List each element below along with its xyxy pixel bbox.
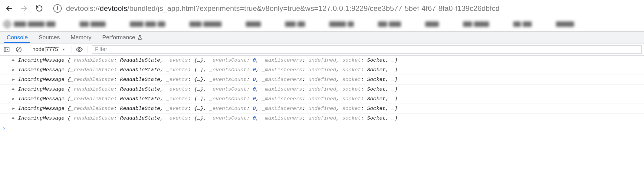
log-row[interactable]: ▶IncomingMessage {_readableState: Readab… [0, 94, 644, 104]
forward-button[interactable] [18, 2, 30, 14]
prop-key: _maxListeners [262, 106, 302, 111]
comma: , [203, 106, 209, 111]
colon: : [114, 96, 120, 102]
brace-close: } [395, 96, 398, 102]
comma: , [256, 67, 262, 73]
log-row[interactable]: ▶IncomingMessage {_readableState: Readab… [0, 85, 644, 94]
prop-value: 0 [253, 86, 256, 92]
disclosure-triangle-icon[interactable]: ▶ [12, 116, 15, 120]
prop-key: _maxListeners [262, 77, 302, 82]
context-label: node[7775] [32, 46, 60, 53]
url-host: devtools [100, 4, 127, 12]
object-class: IncomingMessage [18, 57, 64, 63]
prop-value: 0 [253, 57, 256, 63]
ellipsis: … [392, 67, 395, 73]
log-row[interactable]: ▶IncomingMessage {_readableState: Readab… [0, 104, 644, 114]
url-text: devtools://devtools/bundled/js_app.html?… [66, 4, 500, 13]
prop-key: _readableState [71, 57, 114, 63]
comma: , [336, 96, 342, 102]
separator [87, 46, 87, 53]
colon: : [114, 67, 120, 73]
tab-console[interactable]: Console [1, 32, 33, 43]
comma: , [256, 115, 262, 121]
prop-value: Socket [367, 77, 386, 82]
prop-key: _maxListeners [262, 96, 302, 102]
separator [27, 46, 27, 53]
reload-icon [36, 5, 43, 12]
disclosure-triangle-icon[interactable]: ▶ [12, 87, 15, 91]
log-object: IncomingMessage {_readableState: Readabl… [18, 77, 398, 82]
prop-value: 0 [253, 115, 256, 121]
prop-key: _eventsCount [209, 106, 246, 111]
log-row[interactable]: ▶IncomingMessage {_readableState: Readab… [0, 75, 644, 85]
prop-key: _eventsCount [209, 67, 246, 73]
colon: : [302, 86, 308, 92]
prop-key: _readableState [71, 67, 114, 73]
disclosure-triangle-icon[interactable]: ▶ [12, 106, 15, 111]
prop-value: undefined [308, 115, 336, 121]
log-row[interactable]: ▶IncomingMessage {_readableState: Readab… [0, 65, 644, 75]
colon: : [247, 115, 253, 121]
prop-key: _eventsCount [209, 115, 246, 121]
tab-performance[interactable]: Performance [97, 32, 148, 43]
prop-key: socket [342, 96, 361, 102]
brace-close: } [395, 115, 398, 121]
colon: : [247, 67, 253, 73]
console-prompt[interactable]: › [0, 123, 644, 133]
prop-value: 0 [253, 96, 256, 102]
comma: , [160, 115, 166, 121]
colon: : [361, 77, 367, 82]
site-info-button[interactable]: i [53, 4, 62, 13]
log-row[interactable]: ▶IncomingMessage {_readableState: Readab… [0, 114, 644, 123]
comma: , [386, 86, 392, 92]
log-row[interactable]: ▶IncomingMessage {_readableState: Readab… [0, 56, 644, 65]
live-expression-button[interactable] [74, 44, 85, 55]
clear-console-button[interactable] [13, 44, 24, 55]
disclosure-triangle-icon[interactable]: ▶ [12, 58, 15, 62]
tab-memory[interactable]: Memory [65, 32, 97, 43]
disclosure-triangle-icon[interactable]: ▶ [12, 77, 15, 82]
colon: : [302, 106, 308, 111]
comma: , [336, 67, 342, 73]
colon: : [114, 57, 120, 63]
brace-close: } [395, 57, 398, 63]
prop-value: {…} [194, 57, 203, 63]
disclosure-triangle-icon[interactable]: ▶ [12, 67, 15, 72]
arrow-right-icon [20, 5, 28, 12]
brace-open: { [64, 96, 71, 102]
colon: : [302, 77, 308, 82]
console-log[interactable]: ▶IncomingMessage {_readableState: Readab… [0, 56, 644, 189]
brace-open: { [64, 106, 71, 111]
ellipsis: … [392, 115, 395, 121]
colon: : [114, 86, 120, 92]
flask-icon [137, 35, 143, 40]
back-button[interactable] [3, 2, 15, 14]
tab-sources[interactable]: Sources [33, 32, 65, 43]
comma: , [386, 57, 392, 63]
object-class: IncomingMessage [18, 77, 64, 82]
disclosure-triangle-icon[interactable]: ▶ [12, 96, 15, 101]
colon: : [302, 96, 308, 102]
log-object: IncomingMessage {_readableState: Readabl… [18, 115, 398, 121]
arrow-left-icon [5, 5, 13, 12]
prop-value: {…} [194, 96, 203, 102]
prop-key: _eventsCount [209, 77, 246, 82]
comma: , [256, 86, 262, 92]
comma: , [203, 67, 209, 73]
prop-key: _events [166, 67, 188, 73]
prop-value: ReadableState [120, 77, 160, 82]
prop-key: socket [342, 115, 361, 121]
colon: : [114, 77, 120, 82]
comma: , [256, 77, 262, 82]
prop-value: Socket [367, 106, 386, 111]
toggle-sidebar-button[interactable] [1, 44, 12, 55]
url-bar[interactable]: i devtools://devtools/bundled/js_app.htm… [53, 4, 641, 13]
prop-value: Socket [367, 57, 386, 63]
comma: , [203, 77, 209, 82]
comma: , [386, 77, 392, 82]
reload-button[interactable] [33, 2, 45, 14]
context-selector[interactable]: node[7775] [29, 46, 69, 53]
object-class: IncomingMessage [18, 96, 64, 102]
filter-input[interactable] [92, 45, 642, 54]
prop-key: _events [166, 115, 188, 121]
